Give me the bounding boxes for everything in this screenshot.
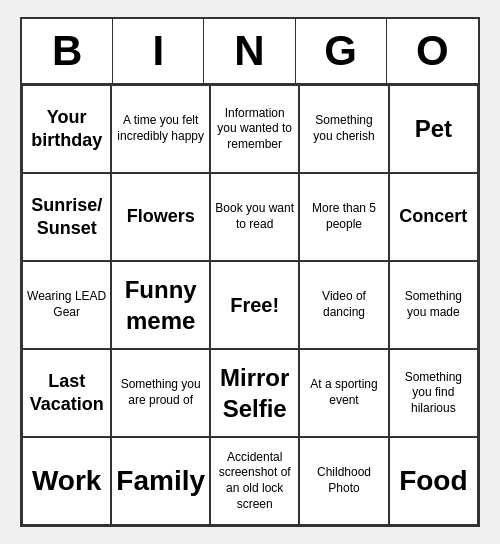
bingo-cell-8: More than 5 people (299, 173, 388, 261)
bingo-cell-9: Concert (389, 173, 478, 261)
bingo-cell-1: A time you felt incredibly happy (111, 85, 210, 173)
bingo-letter-n: N (204, 19, 295, 83)
bingo-grid: Your birthdayA time you felt incredibly … (22, 85, 478, 525)
bingo-cell-6: Flowers (111, 173, 210, 261)
bingo-cell-7: Book you want to read (210, 173, 299, 261)
bingo-card: BINGO Your birthdayA time you felt incre… (20, 17, 480, 527)
bingo-cell-19: Something you find hilarious (389, 349, 478, 437)
bingo-header: BINGO (22, 19, 478, 85)
bingo-cell-4: Pet (389, 85, 478, 173)
bingo-cell-24: Food (389, 437, 478, 525)
bingo-cell-5: Sunrise/ Sunset (22, 173, 111, 261)
bingo-cell-15: Last Vacation (22, 349, 111, 437)
bingo-cell-21: Family (111, 437, 210, 525)
bingo-cell-22: Accidental screenshot of an old lock scr… (210, 437, 299, 525)
bingo-cell-3: Something you cherish (299, 85, 388, 173)
bingo-cell-14: Something you made (389, 261, 478, 349)
bingo-letter-o: O (387, 19, 478, 83)
bingo-cell-11: Funny meme (111, 261, 210, 349)
bingo-cell-18: At a sporting event (299, 349, 388, 437)
bingo-cell-17: Mirror Selfie (210, 349, 299, 437)
bingo-letter-b: B (22, 19, 113, 83)
bingo-cell-20: Work (22, 437, 111, 525)
bingo-cell-13: Video of dancing (299, 261, 388, 349)
bingo-cell-16: Something you are proud of (111, 349, 210, 437)
bingo-cell-2: Information you wanted to remember (210, 85, 299, 173)
bingo-cell-23: Childhood Photo (299, 437, 388, 525)
bingo-cell-0: Your birthday (22, 85, 111, 173)
bingo-cell-10: Wearing LEAD Gear (22, 261, 111, 349)
bingo-cell-12: Free! (210, 261, 299, 349)
bingo-letter-i: I (113, 19, 204, 83)
bingo-letter-g: G (296, 19, 387, 83)
